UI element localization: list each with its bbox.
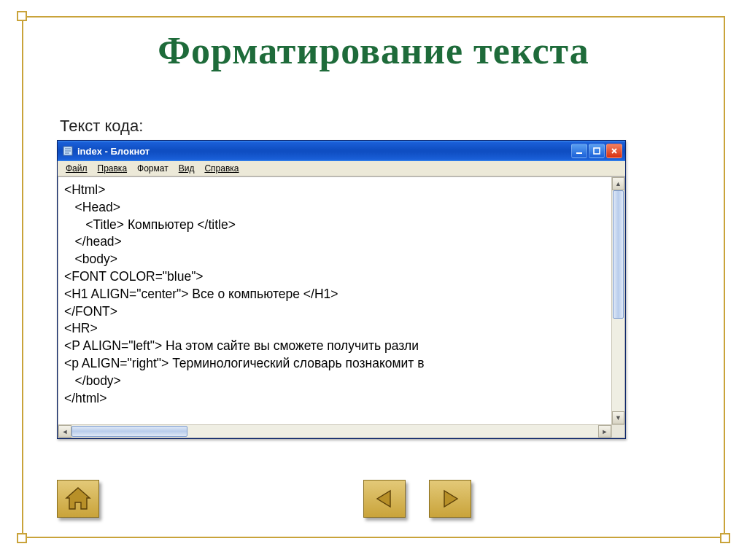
code-line: <Head> [64,200,120,214]
slide-title: Форматирование текста [0,29,747,72]
home-button[interactable] [57,480,99,518]
svg-marker-10 [444,491,457,507]
code-line: <HR> [64,321,98,335]
code-line: <p ALIGN="right"> Терминологический слов… [64,356,425,370]
arrow-right-icon [438,489,462,509]
minimize-button[interactable] [571,144,587,158]
menu-edit[interactable]: Правка [93,162,133,175]
code-line: </html> [64,391,107,405]
svg-rect-4 [576,152,582,154]
vscroll-track[interactable] [612,190,624,411]
vscroll-thumb[interactable] [613,190,624,319]
code-line: <H1 ALIGN="center"> Все о компьютере </H… [64,287,338,301]
scroll-down-button[interactable]: ▼ [612,411,624,424]
text-area[interactable]: <Html> <Head> <Title> Компьютер </title>… [58,177,611,424]
menu-format[interactable]: Формат [132,162,174,175]
code-line: <FONT COLOR="blue"> [64,269,204,284]
frame-corner [17,533,27,543]
close-button[interactable] [606,144,622,158]
code-line: </body> [64,373,121,388]
menu-view[interactable]: Вид [174,162,200,175]
house-icon [64,486,92,511]
next-slide-button[interactable] [429,480,471,518]
svg-marker-8 [66,488,90,509]
hscroll-track[interactable] [71,425,598,438]
menu-file[interactable]: Файл [61,162,93,175]
vertical-scrollbar[interactable]: ▲ ▼ [611,177,624,424]
hscroll-thumb[interactable] [71,426,187,437]
scroll-right-button[interactable]: ► [598,425,611,438]
frame-corner [17,11,27,21]
maximize-button[interactable] [589,144,605,158]
client-area: <Html> <Head> <Title> Компьютер </title>… [58,176,625,438]
code-line: <body> [64,252,117,266]
notepad-window: index - Блокнот Файл Правка Формат Вид С… [57,140,626,439]
window-title: index - Блокнот [77,146,150,157]
horizontal-scrollbar[interactable]: ◄ ► [58,424,624,438]
menubar: Файл Правка Формат Вид Справка [58,161,625,176]
previous-slide-button[interactable] [363,480,406,518]
svg-rect-5 [594,148,600,154]
code-line: </head> [64,234,122,249]
scroll-up-button[interactable]: ▲ [612,177,624,190]
code-line: <Title> Компьютер </title> [64,217,236,232]
arrow-left-icon [373,489,396,509]
slide-subtitle: Текст кода: [60,117,143,136]
titlebar[interactable]: index - Блокнот [58,141,625,161]
code-line: </FONT> [64,304,117,319]
resize-grip[interactable] [611,425,624,438]
frame-corner [720,533,730,543]
svg-marker-9 [377,491,390,507]
scroll-left-button[interactable]: ◄ [58,425,71,438]
code-line: <P ALIGN="left"> На этом сайте вы сможет… [64,338,419,353]
code-line: <Html> [64,182,105,197]
notepad-icon [62,145,74,157]
menu-help[interactable]: Справка [199,162,244,175]
